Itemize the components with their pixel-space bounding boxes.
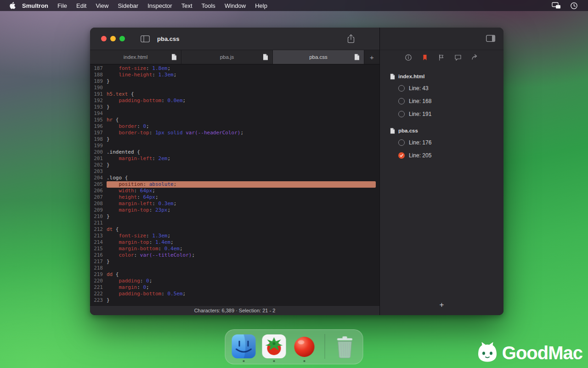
menu-item-inspector[interactable]: Inspector [143,2,176,9]
menu-item-view[interactable]: View [91,2,113,9]
bookmark-icon[interactable] [422,54,428,61]
menu-items: FileEditViewSidebarInspectorTextToolsWin… [53,2,272,9]
code-text: padding-bottom: 0.5em; [107,291,379,297]
new-tab-button[interactable]: + [364,50,379,64]
code-line-211: 211 [90,220,379,226]
code-text: position: absolute; [107,181,376,188]
code-text: padding: 0; [107,278,379,284]
code-line-208: 208 margin-left: 0.3em; [90,201,379,207]
bookmark-file-pba.css: pba.css [380,125,503,136]
code-editor[interactable]: 187 font-size: 1.8em;188 line-height: 1.… [90,64,379,305]
menu-item-window[interactable]: Window [220,2,250,9]
code-text: dt { [107,226,379,233]
line-number: 202 [90,162,107,168]
code-text: margin-left: 2em; [107,155,379,162]
red-ball-dock-icon[interactable] [293,334,317,358]
code-text: font-size: 1.3em; [107,233,379,239]
tab-label: pba.js [220,54,234,60]
running-indicator [243,360,245,362]
add-bookmark-button[interactable]: + [440,300,444,310]
tab-label: pba.css [309,54,328,60]
code-line-216: 216 color: var(--titleColor); [90,252,379,259]
code-text: } [107,78,379,85]
line-number: 220 [90,278,107,284]
bookmark-row-43[interactable]: Line: 43 [380,82,503,95]
code-line-199: 199 [90,143,379,149]
code-text: line-height: 1.3em; [107,72,379,78]
line-number: 206 [90,188,107,194]
code-line-189: 189} [90,78,379,85]
sidebar-toggle-icon[interactable] [141,35,150,42]
bookmark-row-176[interactable]: Line: 176 [380,136,503,149]
code-line-212: 212dt { [90,226,379,233]
code-text: } [107,104,379,110]
bookmark-unchecked-icon[interactable] [398,98,405,104]
line-number: 223 [90,297,107,304]
clock-icon[interactable] [570,2,578,10]
inspector-header [380,28,503,50]
code-text: } [107,213,379,220]
status-text: Characters: 6,389 · Selection: 21 - 2 [194,308,276,313]
flag-icon[interactable] [438,54,445,61]
info-icon[interactable] [405,54,412,61]
inspector-toggle-icon[interactable] [486,35,495,42]
code-text: .indented { [107,149,379,155]
menu-item-file[interactable]: File [53,2,72,9]
apple-menu-icon[interactable] [9,2,16,9]
menu-item-text[interactable]: Text [177,2,197,9]
line-number: 190 [90,85,107,91]
line-number: 199 [90,143,107,149]
bookmark-unchecked-icon[interactable] [398,139,405,146]
tab-pba.js[interactable]: pba.js [181,50,273,64]
bookmark-label: Line: 168 [409,98,431,104]
menu-item-tools[interactable]: Tools [197,2,220,9]
menu-item-edit[interactable]: Edit [72,2,91,9]
bookmark-label: Line: 43 [409,85,429,92]
share-icon[interactable] [347,34,355,43]
bookmark-unchecked-icon[interactable] [398,85,405,92]
bookmark-row-168[interactable]: Line: 168 [380,95,503,108]
code-text [107,168,379,175]
line-number: 209 [90,207,107,213]
bookmark-checked-icon[interactable] [398,152,405,159]
display-mirroring-icon[interactable] [552,2,561,9]
code-line-191: 191h5.text { [90,91,379,98]
line-number: 207 [90,194,107,201]
finder-dock-icon[interactable] [232,334,256,358]
menu-item-sidebar[interactable]: Sidebar [113,2,143,9]
bookmark-row-205[interactable]: Line: 205 [380,149,503,162]
line-number: 191 [90,91,107,98]
smultron-dock-icon[interactable] [262,334,286,358]
bookmark-label: Line: 191 [409,111,431,117]
bookmark-unchecked-icon[interactable] [398,111,405,117]
app-menu-title[interactable]: Smultron [17,2,53,9]
document-icon [354,54,360,60]
minimize-button[interactable] [110,36,116,41]
code-line-222: 222 padding-bottom: 0.5em; [90,291,379,297]
code-text: width: 64px; [107,188,379,194]
status-bar: Characters: 6,389 · Selection: 21 - 2 [90,305,379,315]
goodmac-text: GoodMac [502,343,582,363]
running-indicator [304,360,305,362]
close-button[interactable] [101,36,107,41]
menu-item-help[interactable]: Help [250,2,272,9]
inspector-toolbar [380,50,503,64]
line-number: 216 [90,252,107,259]
code-text: border: 0; [107,123,379,130]
line-number: 187 [90,65,107,72]
code-line-196: 196 border: 0; [90,123,379,130]
line-number: 222 [90,291,107,297]
tab-index.html[interactable]: index.html [90,50,181,64]
bookmark-row-191[interactable]: Line: 191 [380,108,503,121]
editor-pane: pba.css index.htmlpba.jspba.css + 187 fo… [90,28,379,315]
tab-pba.css[interactable]: pba.css [273,50,364,64]
jump-arrow-icon[interactable] [471,54,479,61]
line-number: 200 [90,149,107,155]
code-text: border-top: 1px solid var(--headerColor)… [107,130,379,136]
comment-icon[interactable] [454,54,462,61]
zoom-button[interactable] [119,36,125,41]
trash-dock-icon[interactable] [334,334,356,359]
bookmark-label: Line: 205 [409,152,431,159]
traffic-lights [101,36,125,41]
bookmark-file-index.html: index.html [380,71,503,82]
